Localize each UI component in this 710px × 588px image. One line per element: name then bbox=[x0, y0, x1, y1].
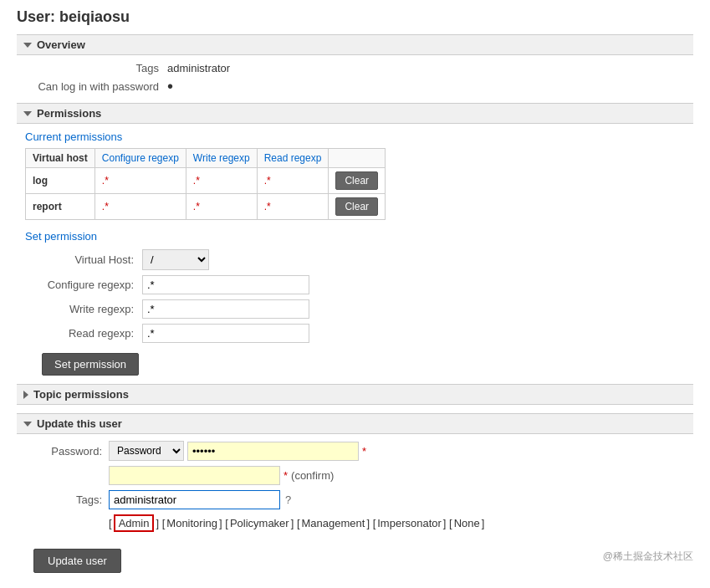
configure-input[interactable] bbox=[142, 275, 309, 294]
update-user-body: Password: PasswordHashed * * (confirm) T… bbox=[17, 441, 693, 573]
topic-permissions-label: Topic permissions bbox=[33, 388, 129, 401]
overview-collapse-icon bbox=[23, 43, 32, 48]
current-perms-title: Current permissions bbox=[25, 130, 693, 143]
permissions-body: Current permissions Virtual host Configu… bbox=[25, 130, 693, 376]
configure-cell: .* bbox=[94, 168, 186, 194]
password-label: Password: bbox=[25, 445, 109, 458]
tag-link-admin[interactable]: Admin bbox=[114, 514, 155, 532]
tag-link-impersonator[interactable]: Impersonator bbox=[377, 517, 442, 529]
update-tags-row: Tags: ? bbox=[25, 490, 693, 509]
page-title: User: beiqiaosu bbox=[17, 8, 693, 26]
read-cell: .* bbox=[257, 168, 329, 194]
tags-label: Tags bbox=[33, 62, 167, 74]
permissions-section: Permissions Current permissions Virtual … bbox=[17, 103, 693, 376]
action-cell: Clear bbox=[329, 168, 386, 194]
virtual-host-select[interactable]: /logreport bbox=[142, 249, 209, 270]
can-log-in-value: • bbox=[167, 78, 173, 95]
write-input[interactable] bbox=[142, 299, 309, 319]
th-configure: Configure regexp bbox=[94, 149, 186, 168]
tag-separator: ] [ bbox=[443, 517, 452, 529]
confirm-row: * (confirm) bbox=[25, 466, 693, 485]
footer-row: Update user @稀土掘金技术社区 bbox=[25, 540, 693, 573]
write-label: Write regexp: bbox=[25, 303, 142, 315]
table-row: log .* .* .* Clear bbox=[26, 168, 386, 194]
permissions-table: Virtual host Configure regexp Write rege… bbox=[25, 148, 386, 220]
update-user-button[interactable]: Update user bbox=[33, 549, 121, 573]
virtual-host-label: Virtual Host: bbox=[25, 253, 142, 266]
permissions-header[interactable]: Permissions bbox=[17, 103, 693, 124]
clear-button[interactable]: Clear bbox=[335, 171, 378, 190]
overview-body: Tags administrator Can log in with passw… bbox=[17, 62, 693, 95]
password-type-select[interactable]: PasswordHashed bbox=[109, 441, 184, 461]
confirm-text: (confirm) bbox=[291, 469, 334, 482]
permissions-label: Permissions bbox=[37, 107, 101, 120]
password-row: Password: PasswordHashed * bbox=[25, 441, 693, 461]
set-permission-button[interactable]: Set permission bbox=[42, 353, 139, 376]
topic-permissions-header[interactable]: Topic permissions bbox=[17, 384, 693, 405]
overview-header[interactable]: Overview bbox=[17, 34, 693, 55]
password-required-star: * bbox=[362, 445, 366, 458]
tags-row: Tags administrator bbox=[33, 62, 693, 74]
overview-table: Tags administrator Can log in with passw… bbox=[33, 62, 693, 95]
topic-collapse-icon bbox=[23, 391, 28, 399]
write-cell: .* bbox=[186, 168, 257, 194]
update-tags-label: Tags: bbox=[25, 493, 109, 506]
question-mark: ? bbox=[285, 493, 291, 506]
read-label: Read regexp: bbox=[25, 327, 142, 340]
tag-links-row: [ Admin] [Monitoring] [Policymaker] [Man… bbox=[109, 514, 693, 532]
virtual-host-row: Virtual Host: /logreport bbox=[25, 249, 693, 270]
tag-separator: ] [ bbox=[219, 517, 228, 529]
tag-separator: ] [ bbox=[156, 517, 165, 529]
update-user-label: Update this user bbox=[37, 417, 122, 430]
th-virtual-host: Virtual host bbox=[26, 149, 95, 168]
th-read: Read regexp bbox=[257, 149, 329, 168]
tags-input[interactable] bbox=[109, 490, 280, 509]
update-collapse-icon bbox=[23, 422, 32, 427]
write-regexp-row: Write regexp: bbox=[25, 299, 693, 319]
read-cell: .* bbox=[257, 194, 329, 220]
th-write: Write regexp bbox=[186, 149, 257, 168]
overview-section: Overview Tags administrator Can log in w… bbox=[17, 34, 693, 95]
tag-separator: ] [ bbox=[291, 517, 300, 529]
password-confirm-input[interactable] bbox=[109, 466, 280, 485]
permissions-collapse-icon bbox=[23, 111, 32, 116]
can-log-in-label: Can log in with password bbox=[33, 80, 167, 93]
read-input[interactable] bbox=[142, 324, 309, 343]
tag-link-monitoring[interactable]: Monitoring bbox=[166, 517, 217, 529]
tag-link-policymaker[interactable]: Policymaker bbox=[230, 517, 289, 529]
host-cell: report bbox=[26, 194, 95, 220]
tag-separator: ] [ bbox=[366, 517, 375, 529]
overview-label: Overview bbox=[37, 38, 85, 51]
set-perm-title: Set permission bbox=[25, 230, 693, 243]
update-user-header[interactable]: Update this user bbox=[17, 413, 693, 434]
read-regexp-row: Read regexp: bbox=[25, 324, 693, 343]
password-input[interactable] bbox=[187, 442, 359, 461]
action-cell: Clear bbox=[329, 194, 386, 220]
write-cell: .* bbox=[186, 194, 257, 220]
tag-close-separator: ] bbox=[482, 517, 485, 529]
host-cell: log bbox=[26, 168, 95, 194]
th-action bbox=[329, 149, 386, 168]
confirm-required-star: * bbox=[283, 469, 288, 482]
topic-permissions-section: Topic permissions bbox=[17, 384, 693, 405]
configure-regexp-row: Configure regexp: bbox=[25, 275, 693, 294]
tag-link-management[interactable]: Management bbox=[302, 517, 365, 529]
tag-link-none[interactable]: None bbox=[454, 517, 480, 529]
configure-label: Configure regexp: bbox=[25, 279, 142, 291]
clear-button[interactable]: Clear bbox=[335, 197, 378, 216]
footer-credit: @稀土掘金技术社区 bbox=[603, 550, 693, 564]
table-row: report .* .* .* Clear bbox=[26, 194, 386, 220]
tags-value: administrator bbox=[167, 62, 230, 74]
update-user-section: Update this user Password: PasswordHashe… bbox=[17, 413, 693, 573]
can-log-in-row: Can log in with password • bbox=[33, 78, 693, 95]
configure-cell: .* bbox=[94, 194, 186, 220]
tag-separator: [ bbox=[109, 517, 112, 529]
